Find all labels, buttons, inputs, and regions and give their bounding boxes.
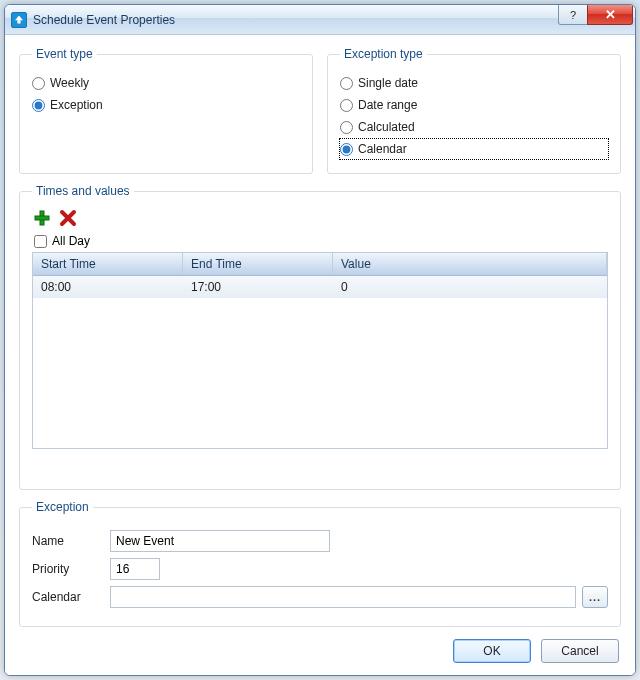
dialog-window: Schedule Event Properties ? ✕ Event type… (4, 4, 636, 676)
radio-calculated-label: Calculated (358, 120, 415, 134)
radio-single-date[interactable]: Single date (340, 73, 608, 93)
col-value[interactable]: Value (333, 253, 607, 275)
x-icon (59, 209, 77, 227)
calendar-browse-button[interactable]: ... (582, 586, 608, 608)
col-start-time[interactable]: Start Time (33, 253, 183, 275)
col-end-time[interactable]: End Time (183, 253, 333, 275)
dialog-footer: OK Cancel (19, 627, 621, 663)
cell-start-time[interactable]: 08:00 (33, 276, 183, 298)
allday-checkbox[interactable]: All Day (32, 234, 608, 248)
radio-single-date-input[interactable] (340, 77, 353, 90)
plus-icon (33, 209, 51, 227)
calendar-field[interactable] (110, 586, 576, 608)
radio-weekly-input[interactable] (32, 77, 45, 90)
exception-type-legend: Exception type (340, 47, 427, 61)
app-icon (11, 12, 27, 28)
ok-button[interactable]: OK (453, 639, 531, 663)
close-button[interactable]: ✕ (587, 5, 633, 25)
radio-single-date-label: Single date (358, 76, 418, 90)
radio-calendar[interactable]: Calendar (340, 139, 608, 159)
exception-legend: Exception (32, 500, 93, 514)
titlebar: Schedule Event Properties ? ✕ (5, 5, 635, 35)
allday-checkbox-input[interactable] (34, 235, 47, 248)
times-values-legend: Times and values (32, 184, 134, 198)
radio-date-range-input[interactable] (340, 99, 353, 112)
allday-label: All Day (52, 234, 90, 248)
priority-label: Priority (32, 562, 110, 576)
name-field[interactable] (110, 530, 330, 552)
radio-exception-input[interactable] (32, 99, 45, 112)
delete-row-button[interactable] (58, 208, 78, 228)
times-toolbar (32, 208, 608, 228)
radio-weekly-label: Weekly (50, 76, 89, 90)
svg-rect-1 (35, 216, 49, 220)
radio-exception-label: Exception (50, 98, 103, 112)
radio-date-range[interactable]: Date range (340, 95, 608, 115)
event-type-legend: Event type (32, 47, 97, 61)
cell-value[interactable]: 0 (333, 276, 607, 298)
cell-end-time[interactable]: 17:00 (183, 276, 333, 298)
add-row-button[interactable] (32, 208, 52, 228)
help-button[interactable]: ? (558, 5, 588, 25)
exception-type-group: Exception type Single date Date range Ca… (327, 47, 621, 174)
window-title: Schedule Event Properties (33, 13, 558, 27)
radio-calendar-label: Calendar (358, 142, 407, 156)
radio-calendar-input[interactable] (340, 143, 353, 156)
cancel-button[interactable]: Cancel (541, 639, 619, 663)
radio-calculated-input[interactable] (340, 121, 353, 134)
calendar-label: Calendar (32, 590, 110, 604)
radio-date-range-label: Date range (358, 98, 417, 112)
window-buttons: ? ✕ (558, 5, 635, 34)
priority-field[interactable] (110, 558, 160, 580)
radio-calculated[interactable]: Calculated (340, 117, 608, 137)
times-values-group: Times and values All Day (19, 184, 621, 490)
radio-weekly[interactable]: Weekly (32, 73, 300, 93)
client-area: Event type Weekly Exception Exception ty… (5, 35, 635, 675)
grid-empty-area (33, 298, 607, 448)
table-row[interactable]: 08:00 17:00 0 (33, 276, 607, 298)
times-grid[interactable]: Start Time End Time Value 08:00 17:00 0 (32, 252, 608, 449)
name-label: Name (32, 534, 110, 548)
times-grid-header: Start Time End Time Value (33, 253, 607, 276)
event-type-group: Event type Weekly Exception (19, 47, 313, 174)
radio-exception[interactable]: Exception (32, 95, 300, 115)
exception-group: Exception Name Priority Calendar ... (19, 500, 621, 627)
